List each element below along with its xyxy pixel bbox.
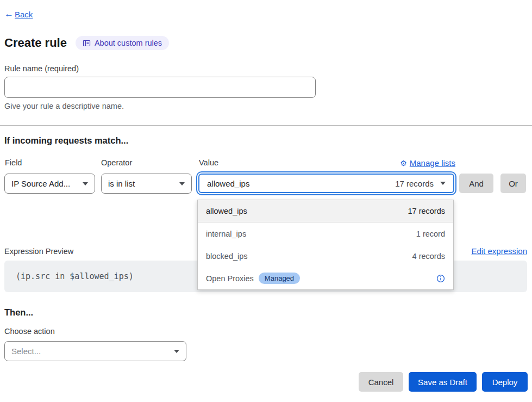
list-item-record-count: 4 records (412, 252, 445, 261)
choose-action-label: Choose action (4, 327, 55, 336)
field-label: Field (5, 158, 22, 167)
match-section-title: If incoming requests match... (4, 135, 128, 146)
rule-name-label: Rule name (required) (4, 64, 79, 73)
edit-expression-link[interactable]: Edit expression (471, 246, 527, 256)
chevron-down-icon (174, 350, 179, 353)
chevron-down-icon (440, 182, 446, 185)
list-item-blocked-ips[interactable]: blocked_ips 4 records (198, 245, 453, 267)
gear-icon: ⚙ (400, 159, 407, 168)
about-badge-label: About custom rules (95, 39, 162, 47)
info-icon[interactable] (436, 274, 445, 283)
field-select[interactable]: IP Source Add... (4, 174, 95, 194)
action-select-placeholder: Select... (11, 347, 41, 356)
or-button[interactable]: Or (500, 174, 526, 193)
back-link[interactable]: ← Back (4, 9, 33, 20)
manage-lists-link[interactable]: ⚙ Manage lists (400, 158, 455, 168)
list-item-internal-ips[interactable]: internal_ips 1 record (198, 222, 453, 245)
chevron-down-icon (83, 182, 88, 185)
and-button[interactable]: And (459, 174, 493, 193)
action-select[interactable]: Select... (4, 341, 186, 361)
save-as-draft-button[interactable]: Save as Draft (409, 372, 477, 392)
expression-code: (ip.src in $allowed_ips) (16, 271, 134, 281)
list-item-name: allowed_ips (206, 207, 247, 215)
chevron-down-icon (179, 182, 185, 185)
manage-lists-label: Manage lists (410, 158, 455, 168)
list-item-allowed-ips[interactable]: allowed_ips 17 records (198, 200, 453, 222)
managed-badge: Managed (259, 273, 300, 284)
list-item-open-proxies[interactable]: Open Proxies Managed (198, 267, 453, 289)
rule-name-input[interactable] (4, 77, 316, 98)
list-item-name: Open Proxies (206, 274, 254, 283)
value-combobox-value: allowed_ips (207, 179, 249, 188)
value-combobox[interactable]: allowed_ips 17 records (198, 174, 454, 193)
edit-expression-label: Edit expression (471, 246, 527, 256)
back-link-label: Back (15, 10, 33, 19)
cancel-button[interactable]: Cancel (359, 372, 403, 392)
list-item-name: internal_ips (206, 230, 246, 238)
list-item-name: blocked_ips (206, 252, 248, 261)
operator-select[interactable]: is in list (101, 174, 192, 194)
value-records-count: 17 records (395, 179, 434, 188)
field-select-value: IP Source Add... (11, 179, 70, 188)
rule-name-helper: Give your rule a descriptive name. (4, 102, 124, 110)
page-title: Create rule (4, 36, 67, 50)
value-dropdown-panel: allowed_ips 17 records internal_ips 1 re… (197, 200, 454, 290)
operator-label: Operator (101, 158, 132, 167)
list-item-record-count: 17 records (408, 207, 445, 215)
list-item-record-count: 1 record (416, 230, 445, 238)
book-icon (83, 39, 91, 47)
title-row: Create rule About custom rules (4, 36, 169, 50)
operator-select-value: is in list (108, 179, 135, 188)
then-section-title: Then... (4, 307, 33, 318)
back-arrow-icon: ← (4, 9, 14, 20)
expression-preview-label: Expression Preview (4, 247, 73, 256)
section-divider (0, 125, 532, 126)
deploy-button[interactable]: Deploy (482, 372, 528, 392)
about-custom-rules-link[interactable]: About custom rules (76, 36, 169, 50)
value-label: Value (199, 158, 218, 167)
create-rule-page: ← Back Create rule About custom rules Ru… (0, 0, 532, 402)
